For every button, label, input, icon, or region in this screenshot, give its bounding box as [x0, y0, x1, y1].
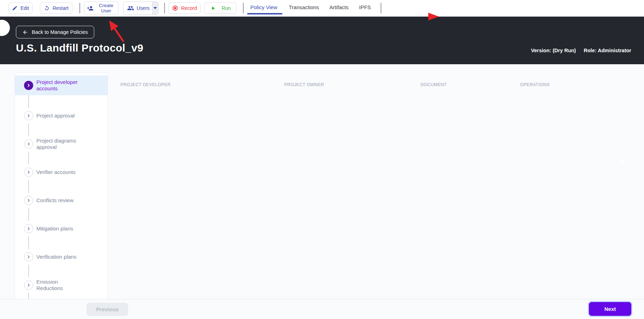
chevron-right-icon — [24, 196, 33, 205]
role-label: Role: Administrator — [584, 48, 631, 53]
tab-policy-view[interactable]: Policy View — [250, 4, 277, 10]
scroll-artifact — [621, 160, 625, 164]
sidebar-item-project-approval[interactable]: Project approval — [15, 108, 108, 124]
tab-transactions[interactable]: Transactions — [289, 4, 319, 10]
chevron-right-icon — [24, 224, 33, 233]
step-label: Project developer accounts — [36, 79, 84, 91]
sidebar-item-verification-plans[interactable]: Verification plans — [15, 249, 108, 265]
step-connector — [28, 265, 29, 277]
step-connector — [28, 236, 29, 249]
pencil-icon — [12, 5, 18, 11]
step-label: Project approval — [36, 113, 84, 119]
restart-button[interactable]: Restart — [40, 2, 72, 14]
version-label: Version: (Dry Run) — [531, 48, 576, 53]
edit-button[interactable]: Edit — [8, 2, 32, 14]
column-header-document: DOCUMENT — [421, 82, 447, 87]
sidebar-item-emission-reductions[interactable]: Emission Reductions — [15, 277, 108, 293]
column-header-project-owner: PROJECT OWNER — [284, 82, 324, 87]
users-button[interactable]: Users — [123, 1, 159, 15]
chevron-right-icon — [24, 168, 33, 177]
main-content: Project developer accounts Project appro… — [0, 64, 644, 299]
chevron-right-icon — [24, 139, 33, 149]
toolbar-divider — [381, 3, 381, 13]
chevron-down-icon — [153, 7, 157, 10]
step-connector — [28, 152, 29, 164]
step-label: Mitigation plans — [36, 225, 84, 232]
chevron-right-icon — [24, 111, 33, 120]
run-button-label: Run — [222, 5, 231, 11]
toolbar-divider — [164, 3, 165, 13]
step-connector — [28, 293, 29, 299]
sidebar-item-project-diagrams-approval[interactable]: Project diagrams approval — [15, 136, 108, 152]
step-connector — [28, 180, 29, 193]
sidebar-item-conflicts-review[interactable]: Conflicts review — [15, 193, 108, 208]
policy-meta: Version: (Dry Run) Role: Administrator — [531, 48, 631, 53]
active-tab-underline — [247, 13, 282, 14]
column-header-operations: OPERATIONS — [520, 82, 550, 87]
person-add-icon — [87, 5, 94, 12]
previous-button[interactable]: Previous — [87, 303, 128, 316]
edit-button-label: Edit — [20, 5, 29, 11]
step-connector — [28, 95, 29, 108]
restart-icon — [44, 5, 50, 11]
people-icon — [127, 5, 134, 12]
arrow-left-icon — [22, 29, 28, 35]
toolbar-divider — [243, 3, 244, 13]
users-button-label: Users — [137, 5, 150, 11]
page-title: U.S. Landfill Protocol_v9 — [16, 42, 143, 54]
users-dropdown-toggle[interactable] — [152, 2, 158, 14]
create-user-button[interactable]: Create User — [84, 1, 119, 15]
restart-button-label: Restart — [53, 5, 68, 11]
tab-artifacts[interactable]: Artifacts — [329, 4, 348, 10]
step-label: Emission Reductions — [36, 279, 84, 291]
sidebar-item-mitigation-plans[interactable]: Mitigation plans — [15, 221, 108, 236]
step-label: Verifier accounts — [36, 169, 84, 175]
sidebar-item-project-developer-accounts[interactable]: Project developer accounts — [15, 76, 108, 95]
top-toolbar: Edit Restart Create User Users — [0, 0, 644, 17]
back-to-manage-policies-button[interactable]: Back to Manage Policies — [16, 26, 94, 38]
step-label: Project diagrams approval — [36, 138, 84, 150]
record-button[interactable]: Record — [168, 2, 201, 14]
column-header-project-developer: PROJECT DEVELOPER — [120, 82, 171, 87]
chevron-right-icon — [24, 281, 33, 290]
run-button[interactable]: Run — [204, 2, 237, 14]
chevron-right-icon — [24, 252, 33, 261]
step-connector — [28, 208, 29, 221]
step-label: Verification plans — [36, 254, 84, 260]
record-button-label: Record — [181, 5, 197, 11]
app-window: Edit Restart Create User Users — [0, 0, 644, 319]
chevron-right-icon — [24, 81, 33, 90]
toolbar-divider — [79, 3, 80, 13]
bottom-navigation-bar: Previous Next — [0, 299, 644, 319]
back-button-label: Back to Manage Policies — [32, 29, 88, 35]
create-user-button-label: Create User — [96, 3, 116, 13]
record-icon — [172, 5, 178, 11]
policy-header: Back to Manage Policies U.S. Landfill Pr… — [0, 17, 644, 64]
step-label: Conflicts review — [36, 197, 84, 204]
step-connector — [28, 124, 29, 136]
tab-ipfs[interactable]: IPFS — [359, 4, 371, 10]
next-button[interactable]: Next — [589, 302, 631, 316]
policy-step-nav: Project developer accounts Project appro… — [14, 72, 108, 299]
sidebar-item-verifier-accounts[interactable]: Verifier accounts — [15, 164, 108, 180]
play-icon — [210, 5, 216, 11]
